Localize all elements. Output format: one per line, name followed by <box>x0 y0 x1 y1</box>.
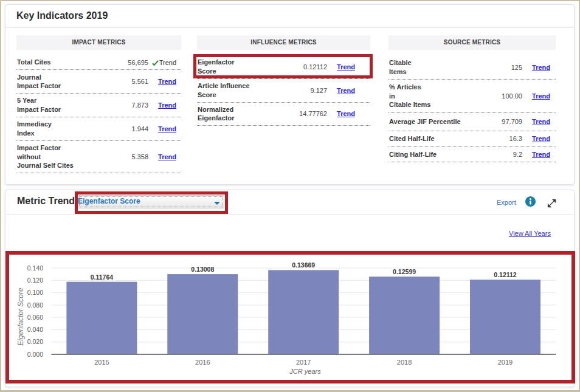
svg-text:0.13669: 0.13669 <box>292 261 315 269</box>
svg-text:0.080: 0.080 <box>27 301 43 309</box>
svg-text:0.060: 0.060 <box>27 314 43 321</box>
svg-text:2019: 2019 <box>498 359 513 366</box>
svg-text:0.13008: 0.13008 <box>191 266 214 273</box>
svg-text:Eigenfactor Score: Eigenfactor Score <box>16 287 25 346</box>
svg-text:0.11764: 0.11764 <box>91 273 114 281</box>
svg-text:0.000: 0.000 <box>27 351 43 358</box>
svg-text:0.12599: 0.12599 <box>393 268 416 275</box>
svg-text:0.100: 0.100 <box>27 289 43 296</box>
svg-text:2018: 2018 <box>397 359 412 366</box>
svg-text:0.120: 0.120 <box>27 277 43 284</box>
svg-text:0.140: 0.140 <box>27 264 43 272</box>
svg-text:2015: 2015 <box>94 359 109 366</box>
svg-text:0.040: 0.040 <box>27 326 43 333</box>
svg-text:0.12112: 0.12112 <box>494 271 517 278</box>
svg-text:2016: 2016 <box>195 359 210 366</box>
svg-text:0.020: 0.020 <box>27 338 43 345</box>
svg-text:JCR years: JCR years <box>289 368 321 375</box>
svg-text:2017: 2017 <box>296 359 311 366</box>
